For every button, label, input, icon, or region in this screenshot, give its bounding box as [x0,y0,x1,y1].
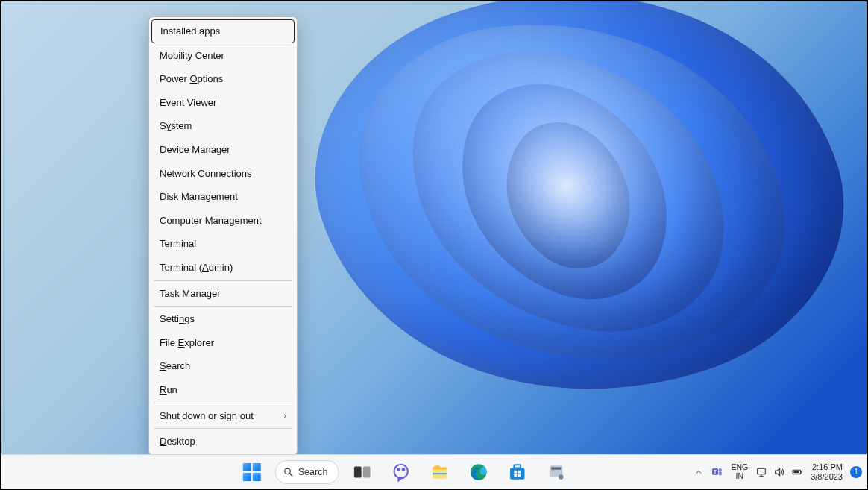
menu-item-settings[interactable]: Settings [151,307,295,331]
svg-rect-12 [514,470,517,473]
taskbar-app-generic[interactable] [540,456,571,488]
svg-rect-11 [514,465,521,468]
search-box[interactable]: Search [275,460,339,484]
menu-separator [154,306,292,307]
menu-item-label: Disk Management [160,191,238,203]
menu-item-disk-management[interactable]: Disk Management [151,185,295,209]
menu-item-desktop[interactable]: Desktop [151,430,295,453]
search-icon [283,467,294,477]
menu-item-file-explorer[interactable]: File Explorer [151,331,295,355]
menu-separator [154,403,292,403]
menu-item-label: Shut down or sign out [160,410,254,422]
menu-item-label: Mobility Center [160,50,224,62]
menu-item-label: Device Manager [160,144,230,156]
svg-text:T: T [714,469,717,474]
volume-icon [773,466,785,478]
chat-icon [391,462,410,482]
svg-point-18 [559,474,564,480]
menu-item-label: Settings [160,313,195,325]
menu-item-shut-down-or-sign-out[interactable]: Shut down or sign out› [151,404,295,428]
store-icon [507,462,526,482]
menu-item-label: Power Options [160,73,223,85]
menu-item-computer-management[interactable]: Computer Management [151,209,295,233]
start-context-menu: Installed appsMobility CenterPower Optio… [148,16,298,456]
clock-date: 3/8/2023 [811,472,843,481]
menu-item-device-manager[interactable]: Device Manager [151,138,295,162]
menu-item-label: Terminal [160,238,196,250]
clock[interactable]: 2:16 PM 3/8/2023 [811,462,843,480]
app-icon [546,462,565,482]
lang-primary: ENG [731,463,748,471]
menu-item-label: Computer Management [160,215,262,227]
taskbar: Search T ENG IN [1,454,867,489]
menu-item-label: Terminal (Admin) [160,262,233,274]
menu-item-label: Network Connections [160,168,252,180]
svg-rect-13 [518,470,521,473]
teams-tray-icon[interactable]: T [711,465,723,478]
menu-item-installed-apps[interactable]: Installed apps [151,19,295,43]
system-tray[interactable] [755,466,803,478]
menu-separator [154,280,292,281]
desktop-wallpaper[interactable] [1,1,867,489]
chevron-right-icon: › [283,411,286,421]
task-view-icon [352,462,371,482]
menu-item-terminal[interactable]: Terminal [151,232,295,256]
search-label: Search [298,467,328,477]
menu-item-label: Search [160,360,190,372]
start-button[interactable] [236,456,268,488]
svg-rect-15 [518,474,521,477]
menu-item-label: Task Manager [160,288,221,300]
svg-point-4 [394,464,407,477]
svg-line-1 [289,473,292,476]
menu-item-terminal-admin[interactable]: Terminal (Admin) [151,256,295,280]
tray-expand-icon[interactable] [694,468,703,477]
menu-item-label: Installed apps [160,25,220,37]
taskbar-edge[interactable] [462,456,494,488]
windows-logo-icon [243,463,261,481]
menu-item-label: File Explorer [160,337,214,349]
svg-point-21 [719,468,723,472]
notification-count: 1 [854,468,858,476]
svg-rect-14 [514,474,517,477]
svg-rect-10 [510,468,525,479]
menu-item-label: Event Viewer [160,97,216,109]
svg-rect-28 [794,471,799,473]
network-icon [755,466,767,478]
folder-icon [430,462,449,482]
edge-icon [468,462,488,482]
taskbar-chat[interactable] [385,456,416,488]
menu-item-label: Run [160,384,177,396]
menu-separator [154,428,292,429]
lang-secondary: IN [736,472,744,480]
svg-rect-5 [397,468,400,471]
menu-item-run[interactable]: Run [151,378,295,402]
menu-item-mobility-center[interactable]: Mobility Center [151,44,295,68]
menu-item-search[interactable]: Search [151,354,295,378]
language-indicator[interactable]: ENG IN [731,463,748,480]
svg-rect-22 [719,472,722,476]
menu-item-label: System [160,120,192,132]
svg-rect-6 [401,468,404,471]
menu-item-network-connections[interactable]: Network Connections [151,162,295,186]
svg-rect-8 [433,473,447,474]
battery-icon [791,466,803,478]
menu-item-task-manager[interactable]: Task Manager [151,282,295,306]
svg-rect-23 [758,468,766,474]
svg-rect-17 [551,467,561,469]
taskbar-task-view[interactable] [346,456,377,488]
clock-time: 2:16 PM [812,462,843,471]
notification-badge[interactable]: 1 [850,466,862,478]
menu-item-event-viewer[interactable]: Event Viewer [151,91,295,115]
svg-rect-27 [802,471,802,473]
menu-item-system[interactable]: System [151,114,295,138]
menu-item-label: Desktop [160,436,195,447]
svg-rect-3 [362,466,370,477]
svg-rect-2 [354,466,362,477]
menu-item-power-options[interactable]: Power Options [151,67,295,91]
taskbar-microsoft-store[interactable] [501,456,532,488]
taskbar-file-explorer[interactable] [424,456,455,488]
